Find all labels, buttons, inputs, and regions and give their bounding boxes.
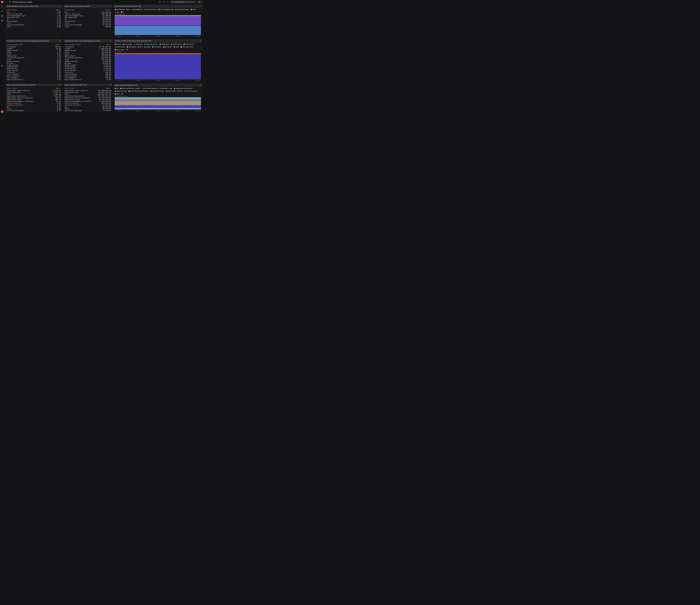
column-header-name[interactable]: k8s_namespace_name [7, 44, 47, 45]
legend-item[interactable]: other [191, 9, 196, 10]
legend-item[interactable]: kafka [174, 46, 179, 48]
table-row[interactable]: falco404,225.00 [65, 53, 111, 55]
panel-title[interactable]: Metrics Data Points: Daily Count⚠ [63, 83, 112, 86]
table-row[interactable]: dash0-system0.04 [7, 64, 61, 66]
table-row[interactable]: external-dns1,185.00 [65, 68, 111, 70]
legend-item[interactable]: istio-system [163, 46, 172, 48]
column-header-value[interactable]: Value↓ [97, 9, 111, 10]
legend-item[interactable]: infra-management-api [158, 9, 174, 10]
legend-item[interactable]: alertmanager [115, 9, 125, 10]
table-row[interactable]: other104,115.00 [65, 59, 111, 60]
legend-item[interactable]: notificationmanager [150, 90, 164, 92]
panel-title[interactable]: Log Record Rate by K8s Namespace Name [p… [114, 39, 202, 43]
table-row[interactable]: alertmanager0.29 [7, 20, 61, 22]
terminal-button[interactable] [166, 1, 169, 3]
table-row[interactable]: other1,260.11 [7, 93, 61, 95]
legend-item[interactable]: api [126, 9, 130, 10]
column-header-name[interactable]: service_name [7, 88, 47, 89]
table-row[interactable]: kubernetes-pods143,047,193.00 [65, 92, 111, 93]
warning-icon[interactable]: ⚠ [110, 40, 111, 42]
legend-item[interactable]: dash0-regional [171, 43, 182, 45]
table-row[interactable]: ui0.37 [7, 19, 61, 20]
legend-item[interactable]: clickhouse-operator [144, 43, 158, 45]
table-row[interactable]: open-telemetry262.00 [65, 75, 111, 77]
table-row[interactable]: dash0-shared7.88 [7, 50, 61, 51]
table-row[interactable]: dash0-opentelemetry-collector5,619,018.0… [65, 101, 111, 102]
legend-item[interactable]: clickhouse [134, 43, 142, 45]
panel-title[interactable]: Spans: Daily count by Service Name [63, 4, 112, 8]
refresh-button[interactable] [198, 1, 200, 3]
table-row[interactable]: control-plane-api603,768.00 [65, 13, 111, 15]
table-row[interactable]: api671,224.00 [65, 11, 111, 13]
table-row[interactable]: otelcol-contrib8.39 [7, 102, 61, 104]
legend-item[interactable]: grafana [144, 46, 151, 48]
table-row[interactable]: resource_extractor137,255.00 [65, 104, 111, 106]
legend-item[interactable]: api [115, 88, 118, 89]
warning-icon[interactable]: ⚠ [110, 84, 111, 86]
chart-log-rate[interactable]: 737 max [115, 51, 201, 79]
table-row[interactable]: dash0-global1,920.00 [65, 66, 111, 68]
table-row[interactable]: clickhouse-operator3.73 [7, 57, 61, 59]
table-row[interactable]: kubernetes-service-endpoints63,676,454.0… [65, 97, 111, 99]
legend-item[interactable]: kubernetes-pods [115, 90, 127, 92]
legend-item[interactable]: dash0-global [159, 43, 169, 45]
table-row[interactable]: grafana18,831.00 [65, 62, 111, 64]
table-row[interactable]: api88,949.00 [65, 106, 111, 108]
chart-metrics-rate[interactable]: 660,503,793.6 max [115, 96, 201, 110]
table-row[interactable]: external-dns0.01 [7, 68, 61, 70]
table-row[interactable]: grafana0.23 [7, 62, 61, 64]
warning-icon[interactable]: ⚠ [200, 40, 201, 42]
table-row[interactable]: control-plane-api7.25 [7, 13, 61, 15]
table-row[interactable]: notificationmanager0.21 [7, 24, 61, 26]
table-row[interactable]: app.dash0.com0.37 [7, 17, 61, 19]
table-row[interactable]: alertmanager24,220.00 [65, 20, 111, 22]
legend-item[interactable]: falco [138, 46, 143, 48]
table-row[interactable]: argocd32.00 [7, 48, 61, 50]
table-row[interactable]: notificationmanager17,374.00 [65, 24, 111, 26]
fullscreen-button[interactable] [158, 1, 161, 3]
table-row[interactable]: ruler20,163.00 [65, 22, 111, 24]
table-row[interactable]: istio-system0.01 [7, 70, 61, 71]
edit-button[interactable] [162, 1, 165, 3]
table-row[interactable]: kubernetes-nodes-cadvisor2,293.55 [7, 90, 61, 92]
table-row[interactable]: ruler0.24 [7, 22, 61, 24]
table-row[interactable]: dash0-system3,424.00 [65, 64, 111, 66]
legend-item[interactable]: resource_extractor [184, 90, 198, 92]
table-row[interactable]: api1.07 [7, 106, 61, 108]
column-header-name[interactable]: service_name [7, 9, 47, 10]
panel-title[interactable]: Spans: Monthly Costs by Service Name [US… [5, 4, 62, 8]
table-row[interactable]: other1.25 [7, 59, 61, 60]
legend-item[interactable]: otelcol-contrib [166, 90, 176, 92]
legend-item[interactable]: control-plane-api [145, 9, 157, 10]
time-range-picker[interactable]: Last 30 minutes Europe/Berlin ▾ [170, 1, 197, 3]
column-header-value[interactable]: Value↓ [97, 44, 111, 45]
legend-item[interactable]: cert-manager [123, 43, 132, 45]
legend-item[interactable]: kubernetes-service-endpoints [129, 90, 149, 92]
column-header-value[interactable]: Value↓ [97, 88, 111, 89]
nav-apps[interactable] [1, 19, 4, 22]
legend-item[interactable]: argocd [115, 43, 121, 45]
legend-item[interactable]: dash0-shared [183, 43, 194, 45]
table-row[interactable]: otelcol-contrib699,395.00 [65, 102, 111, 104]
table-row[interactable]: dash0-opentelemetry-collector67.43 [7, 101, 61, 102]
table-row[interactable]: dash0-regional71,850.00 [65, 60, 111, 62]
legend-item[interactable]: kubernetes-nodes [159, 88, 172, 89]
legend-item[interactable]: kubernetes-apiservers [142, 88, 158, 89]
table-row[interactable]: kube-state-metrics0.00 [7, 79, 61, 80]
table-row[interactable]: kafka6.33 [7, 51, 61, 53]
nav-network[interactable] [1, 10, 4, 13]
table-row[interactable]: notificationmanager0.07 [7, 110, 61, 112]
table-row[interactable]: infra-management-api1.07 [7, 15, 61, 17]
table-row[interactable]: clickhouse-operator310,873.00 [65, 57, 111, 59]
nav-dashboards[interactable] [1, 15, 4, 17]
legend-item[interactable]: kubernetes-nodes-cadvisor [174, 88, 193, 89]
legend-item[interactable]: dash0-system [115, 46, 125, 48]
legend-item[interactable]: dash0-opentelemetry-collector [120, 88, 141, 89]
column-header-name[interactable]: service_name [65, 88, 97, 89]
legend-item[interactable]: istio-ingress [152, 46, 161, 48]
warning-icon[interactable]: ⚠ [60, 84, 61, 86]
table-row[interactable]: kubernetes-apiservers1,217.30 [7, 95, 61, 97]
table-row[interactable]: api8.05 [7, 11, 61, 13]
table-row[interactable]: app.dash0.com30,627.00 [65, 17, 111, 19]
column-header-value[interactable]: Value↓ [47, 44, 61, 45]
